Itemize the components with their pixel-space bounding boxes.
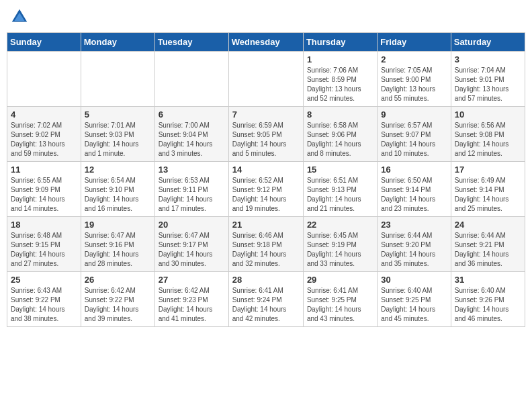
calendar-day-cell: 6Sunrise: 7:00 AMSunset: 9:04 PMDaylight… <box>154 107 228 162</box>
calendar-day-cell: 9Sunrise: 6:57 AMSunset: 9:07 PMDaylight… <box>378 107 451 162</box>
calendar-day-cell: 27Sunrise: 6:42 AMSunset: 9:23 PMDayligh… <box>154 272 228 327</box>
day-header-saturday: Saturday <box>451 33 525 52</box>
day-info: Sunrise: 6:46 AMSunset: 9:18 PMDaylight:… <box>232 231 300 269</box>
day-info: Sunrise: 7:02 AMSunset: 9:02 PMDaylight:… <box>11 121 77 158</box>
calendar-day-cell: 15Sunrise: 6:51 AMSunset: 9:13 PMDayligh… <box>303 162 377 217</box>
day-number: 6 <box>159 109 225 120</box>
day-number: 26 <box>85 275 151 285</box>
day-number: 4 <box>11 109 77 120</box>
day-info: Sunrise: 6:41 AMSunset: 9:25 PMDaylight:… <box>307 286 373 324</box>
day-number: 29 <box>307 275 373 285</box>
calendar-day-cell: 21Sunrise: 6:46 AMSunset: 9:18 PMDayligh… <box>228 217 303 272</box>
day-number: 17 <box>455 165 521 175</box>
calendar-day-cell: 12Sunrise: 6:54 AMSunset: 9:10 PMDayligh… <box>81 162 154 217</box>
day-header-thursday: Thursday <box>303 33 377 52</box>
calendar-day-cell: 10Sunrise: 6:56 AMSunset: 9:08 PMDayligh… <box>451 107 525 162</box>
day-number: 14 <box>232 165 300 175</box>
day-header-monday: Monday <box>81 33 154 52</box>
day-info: Sunrise: 6:59 AMSunset: 9:05 PMDaylight:… <box>232 121 300 158</box>
day-number: 16 <box>381 165 447 175</box>
calendar-day-cell: 7Sunrise: 6:59 AMSunset: 9:05 PMDaylight… <box>228 107 303 162</box>
day-info: Sunrise: 6:44 AMSunset: 9:20 PMDaylight:… <box>381 231 447 269</box>
day-info: Sunrise: 6:54 AMSunset: 9:10 PMDaylight:… <box>85 176 151 214</box>
day-number: 27 <box>159 275 225 285</box>
day-info: Sunrise: 6:51 AMSunset: 9:13 PMDaylight:… <box>307 176 373 214</box>
day-info: Sunrise: 6:43 AMSunset: 9:22 PMDaylight:… <box>11 286 77 324</box>
day-number: 7 <box>232 109 300 120</box>
day-info: Sunrise: 6:48 AMSunset: 9:15 PMDaylight:… <box>11 231 77 269</box>
calendar-day-cell: 16Sunrise: 6:50 AMSunset: 9:14 PMDayligh… <box>378 162 451 217</box>
day-number: 12 <box>85 165 151 175</box>
calendar-day-cell: 23Sunrise: 6:44 AMSunset: 9:20 PMDayligh… <box>378 217 451 272</box>
calendar-week-row: 11Sunrise: 6:55 AMSunset: 9:09 PMDayligh… <box>7 162 525 217</box>
calendar-day-cell: 18Sunrise: 6:48 AMSunset: 9:15 PMDayligh… <box>7 217 81 272</box>
calendar-day-cell: 13Sunrise: 6:53 AMSunset: 9:11 PMDayligh… <box>154 162 228 217</box>
calendar-day-cell: 3Sunrise: 7:04 AMSunset: 9:01 PMDaylight… <box>451 52 525 107</box>
calendar-week-row: 18Sunrise: 6:48 AMSunset: 9:15 PMDayligh… <box>7 217 525 272</box>
calendar-day-cell: 1Sunrise: 7:06 AMSunset: 8:59 PMDaylight… <box>303 52 377 107</box>
calendar-day-cell <box>81 52 154 107</box>
calendar-table: SundayMondayTuesdayWednesdayThursdayFrid… <box>7 32 525 327</box>
day-info: Sunrise: 7:06 AMSunset: 8:59 PMDaylight:… <box>307 66 373 103</box>
day-info: Sunrise: 7:05 AMSunset: 9:00 PMDaylight:… <box>381 66 447 103</box>
day-number: 8 <box>307 109 373 120</box>
day-info: Sunrise: 6:40 AMSunset: 9:25 PMDaylight:… <box>381 286 447 324</box>
day-number: 20 <box>159 220 225 230</box>
calendar-day-cell: 22Sunrise: 6:45 AMSunset: 9:19 PMDayligh… <box>303 217 377 272</box>
day-number: 2 <box>381 54 447 64</box>
calendar-day-cell: 8Sunrise: 6:58 AMSunset: 9:06 PMDaylight… <box>303 107 377 162</box>
calendar-day-cell: 19Sunrise: 6:47 AMSunset: 9:16 PMDayligh… <box>81 217 154 272</box>
day-number: 18 <box>11 220 77 230</box>
day-number: 24 <box>455 220 521 230</box>
calendar-day-cell: 31Sunrise: 6:40 AMSunset: 9:26 PMDayligh… <box>451 272 525 327</box>
page-header <box>7 7 525 27</box>
logo-icon <box>9 7 30 27</box>
day-number: 21 <box>232 220 300 230</box>
day-info: Sunrise: 6:44 AMSunset: 9:21 PMDaylight:… <box>455 231 521 269</box>
day-number: 23 <box>381 220 447 230</box>
calendar-day-cell: 2Sunrise: 7:05 AMSunset: 9:00 PMDaylight… <box>378 52 451 107</box>
day-number: 19 <box>85 220 151 230</box>
day-info: Sunrise: 6:55 AMSunset: 9:09 PMDaylight:… <box>11 176 77 214</box>
day-number: 5 <box>85 109 151 120</box>
day-number: 15 <box>307 165 373 175</box>
calendar-week-row: 25Sunrise: 6:43 AMSunset: 9:22 PMDayligh… <box>7 272 525 327</box>
calendar-day-cell: 5Sunrise: 7:01 AMSunset: 9:03 PMDaylight… <box>81 107 154 162</box>
day-info: Sunrise: 6:52 AMSunset: 9:12 PMDaylight:… <box>232 176 300 214</box>
day-info: Sunrise: 6:42 AMSunset: 9:22 PMDaylight:… <box>85 286 151 324</box>
day-info: Sunrise: 6:50 AMSunset: 9:14 PMDaylight:… <box>381 176 447 214</box>
day-info: Sunrise: 7:00 AMSunset: 9:04 PMDaylight:… <box>159 121 225 158</box>
day-info: Sunrise: 6:56 AMSunset: 9:08 PMDaylight:… <box>455 121 521 158</box>
day-number: 3 <box>455 54 521 64</box>
calendar-week-row: 4Sunrise: 7:02 AMSunset: 9:02 PMDaylight… <box>7 107 525 162</box>
calendar-day-cell: 20Sunrise: 6:47 AMSunset: 9:17 PMDayligh… <box>154 217 228 272</box>
calendar-day-cell: 4Sunrise: 7:02 AMSunset: 9:02 PMDaylight… <box>7 107 81 162</box>
calendar-day-cell <box>7 52 81 107</box>
day-info: Sunrise: 6:49 AMSunset: 9:14 PMDaylight:… <box>455 176 521 214</box>
day-number: 28 <box>232 275 300 285</box>
calendar-day-cell <box>154 52 228 107</box>
day-info: Sunrise: 6:41 AMSunset: 9:24 PMDaylight:… <box>232 286 300 324</box>
day-number: 10 <box>455 109 521 120</box>
day-info: Sunrise: 6:47 AMSunset: 9:17 PMDaylight:… <box>159 231 225 269</box>
day-info: Sunrise: 6:47 AMSunset: 9:16 PMDaylight:… <box>85 231 151 269</box>
logo <box>9 7 32 27</box>
calendar-day-cell <box>228 52 303 107</box>
day-header-friday: Friday <box>378 33 451 52</box>
calendar-week-row: 1Sunrise: 7:06 AMSunset: 8:59 PMDaylight… <box>7 52 525 107</box>
day-info: Sunrise: 6:53 AMSunset: 9:11 PMDaylight:… <box>159 176 225 214</box>
day-number: 22 <box>307 220 373 230</box>
day-info: Sunrise: 6:57 AMSunset: 9:07 PMDaylight:… <box>381 121 447 158</box>
day-header-tuesday: Tuesday <box>154 33 228 52</box>
day-info: Sunrise: 6:42 AMSunset: 9:23 PMDaylight:… <box>159 286 225 324</box>
calendar-day-cell: 24Sunrise: 6:44 AMSunset: 9:21 PMDayligh… <box>451 217 525 272</box>
calendar-day-cell: 26Sunrise: 6:42 AMSunset: 9:22 PMDayligh… <box>81 272 154 327</box>
calendar-day-cell: 11Sunrise: 6:55 AMSunset: 9:09 PMDayligh… <box>7 162 81 217</box>
day-info: Sunrise: 7:04 AMSunset: 9:01 PMDaylight:… <box>455 66 521 103</box>
calendar-day-cell: 14Sunrise: 6:52 AMSunset: 9:12 PMDayligh… <box>228 162 303 217</box>
day-number: 25 <box>11 275 77 285</box>
day-info: Sunrise: 6:40 AMSunset: 9:26 PMDaylight:… <box>455 286 521 324</box>
day-header-sunday: Sunday <box>7 33 81 52</box>
day-info: Sunrise: 6:58 AMSunset: 9:06 PMDaylight:… <box>307 121 373 158</box>
calendar-day-cell: 30Sunrise: 6:40 AMSunset: 9:25 PMDayligh… <box>378 272 451 327</box>
